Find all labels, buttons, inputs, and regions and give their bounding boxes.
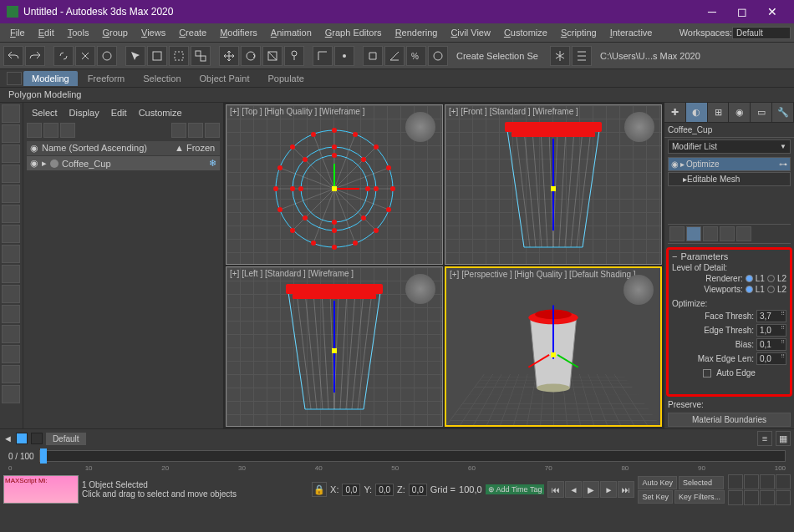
ribbon-tab-freeform[interactable]: Freeform: [79, 71, 134, 86]
prev-frame-icon[interactable]: ◄: [565, 481, 582, 498]
nav-5-icon[interactable]: [728, 490, 743, 505]
menu-rendering[interactable]: Rendering: [389, 25, 445, 40]
vp-front-label[interactable]: [+] [Front ] [Standard ] [Wireframe ]: [449, 107, 578, 116]
viewport-perspective[interactable]: [+] [Perspective ] [High Quality ] [Defa…: [445, 266, 662, 427]
se-menu-display[interactable]: Display: [64, 106, 104, 119]
viewcube-icon[interactable]: [405, 274, 435, 304]
menu-customize[interactable]: Customize: [497, 25, 554, 40]
tool-12-icon[interactable]: [2, 385, 20, 403]
pin-stack-icon[interactable]: [669, 226, 685, 241]
collapse-icon[interactable]: −: [672, 251, 677, 261]
menu-scripting[interactable]: Scripting: [554, 25, 603, 40]
cmd-tab-display[interactable]: ▭: [751, 103, 772, 122]
layer-swatch-2[interactable]: [31, 433, 43, 444]
se-tool-lock-icon[interactable]: [188, 123, 203, 138]
z-coord[interactable]: 0,0: [409, 484, 427, 496]
ribbon-tab-selection[interactable]: Selection: [135, 71, 189, 86]
nav-max-icon[interactable]: [776, 474, 791, 489]
se-tool-filter-icon[interactable]: [43, 123, 59, 138]
visibility-icon[interactable]: ◉: [30, 158, 38, 169]
viewports-l2-radio[interactable]: [767, 286, 775, 293]
se-item-coffee-cup[interactable]: ◉ ▸ Coffee_Cup ❄: [27, 156, 220, 170]
layer-manager-icon[interactable]: ≡: [757, 431, 772, 446]
menu-edit[interactable]: Edit: [32, 25, 61, 40]
max-edge-spinner[interactable]: 0,0: [756, 352, 786, 365]
cmd-tab-modify[interactable]: ◐: [686, 103, 708, 122]
bias-spinner[interactable]: 0,1: [756, 338, 786, 351]
se-column-header[interactable]: ◉ Name (Sorted Ascending) ▲ Frozen: [27, 141, 220, 155]
viewports-l1-radio[interactable]: [746, 286, 753, 293]
autokey-button[interactable]: Auto Key: [638, 476, 677, 489]
angle-snap-button[interactable]: [384, 46, 405, 66]
scene-explorer-toggle[interactable]: [2, 104, 20, 123]
nav-7-icon[interactable]: [760, 490, 775, 505]
window-crossing-button[interactable]: [191, 46, 211, 66]
close-button[interactable]: ✕: [757, 0, 787, 23]
modifier-editable-mesh[interactable]: ▸ Editable Mesh: [668, 172, 791, 186]
se-tool-view-icon[interactable]: [60, 123, 75, 138]
unlink-button[interactable]: [75, 46, 95, 66]
ribbon-toggle-icon[interactable]: [7, 72, 22, 85]
renderer-l1-radio[interactable]: [746, 275, 753, 282]
menu-interactive[interactable]: Interactive: [603, 25, 659, 40]
nav-6-icon[interactable]: [744, 490, 759, 505]
project-path[interactable]: C:\Users\U...s Max 2020: [600, 51, 709, 61]
se-tool-sort-icon[interactable]: [171, 123, 186, 138]
maximize-button[interactable]: ◻: [727, 0, 757, 23]
rotate-button[interactable]: [241, 46, 261, 66]
renderer-l2-radio[interactable]: [767, 275, 775, 282]
cmd-tab-create[interactable]: ✚: [664, 103, 686, 122]
move-button[interactable]: [219, 46, 239, 66]
tool-1-icon[interactable]: [2, 165, 20, 183]
layer-swatch[interactable]: [16, 433, 28, 444]
minimize-button[interactable]: ─: [697, 0, 727, 23]
bind-button[interactable]: [97, 46, 117, 66]
viewcube-icon[interactable]: [624, 112, 654, 142]
object-name-field[interactable]: Coffee_Cup: [664, 123, 794, 138]
snap-button[interactable]: [363, 46, 383, 66]
goto-end-icon[interactable]: ⏭: [618, 481, 634, 498]
layer-default-tab[interactable]: Default: [46, 433, 86, 445]
remove-icon[interactable]: [720, 226, 735, 241]
configure-icon[interactable]: [736, 226, 751, 241]
menu-civilview[interactable]: Civil View: [444, 25, 496, 40]
workspaces-dropdown[interactable]: Default: [732, 27, 791, 39]
tool-6-icon[interactable]: [2, 265, 20, 283]
nav-8-icon[interactable]: [776, 490, 791, 505]
link-button[interactable]: [53, 46, 74, 66]
menu-group[interactable]: Group: [95, 25, 135, 40]
cmd-tab-motion[interactable]: ◉: [729, 103, 751, 122]
modifier-list-dropdown[interactable]: Modifier List▼: [668, 139, 791, 154]
undo-button[interactable]: [3, 46, 23, 66]
refcoord-button[interactable]: [313, 46, 333, 66]
selection-set-dropdown[interactable]: Create Selection Se: [456, 51, 548, 61]
se-menu-edit[interactable]: Edit: [106, 106, 132, 119]
eye-icon[interactable]: ◉: [671, 160, 679, 169]
timeline-track[interactable]: [39, 450, 786, 462]
cmd-tab-utilities[interactable]: 🔧: [772, 103, 794, 122]
pivot-button[interactable]: [334, 46, 354, 66]
modifier-optimize[interactable]: ◉ ▸ Optimize ⊶: [668, 157, 791, 171]
ribbon-tab-modeling[interactable]: Modeling: [23, 71, 78, 86]
se-menu-customize[interactable]: Customize: [134, 106, 187, 119]
menu-modifiers[interactable]: Modifiers: [213, 25, 264, 40]
vp-persp-label[interactable]: [+] [Perspective ] [High Quality ] [Defa…: [450, 270, 636, 279]
viewport-left[interactable]: [+] [Left ] [Standard ] [Wireframe ]: [226, 266, 443, 427]
x-coord[interactable]: 0,0: [342, 484, 360, 496]
y-coord[interactable]: 0,0: [375, 484, 394, 496]
placement-button[interactable]: [284, 46, 304, 66]
face-thresh-spinner[interactable]: 3,7: [756, 310, 786, 322]
unique-icon[interactable]: [703, 226, 718, 241]
viewcube-icon[interactable]: [623, 275, 654, 305]
se-tool-pin-icon[interactable]: [205, 123, 220, 138]
redo-button[interactable]: [25, 46, 45, 66]
timeline-head[interactable]: [40, 448, 47, 464]
viewport-front[interactable]: [+] [Front ] [Standard ] [Wireframe ]: [445, 104, 662, 265]
tool-8-icon[interactable]: [2, 305, 20, 323]
tool-4-icon[interactable]: [2, 225, 20, 243]
goto-start-icon[interactable]: ⏮: [547, 481, 564, 498]
select-region-button[interactable]: [169, 46, 189, 66]
play-icon[interactable]: ▶: [583, 481, 599, 498]
tool-10-icon[interactable]: [2, 345, 20, 363]
layer-explorer-toggle[interactable]: [2, 124, 20, 143]
